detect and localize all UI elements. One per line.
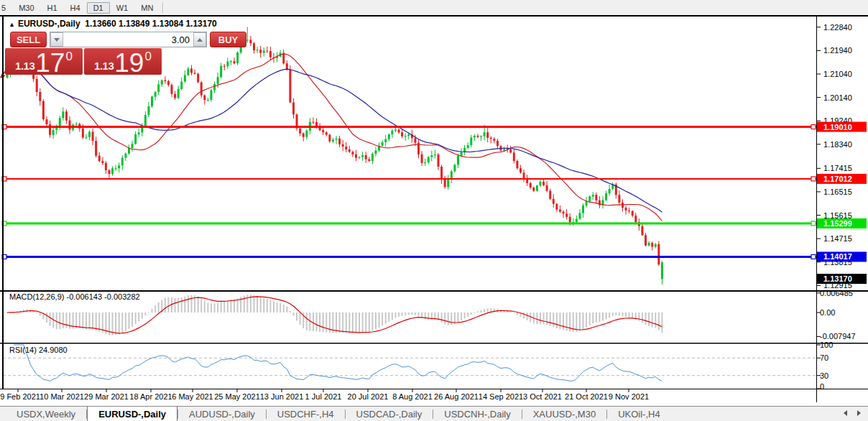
svg-text:1.18340: 1.18340	[823, 140, 852, 149]
svg-text:1.20140: 1.20140	[823, 93, 852, 102]
svg-text:1.16515: 1.16515	[823, 188, 852, 196]
sell-price-box[interactable]: 1.13 17 0	[5, 48, 83, 75]
chevron-down-icon	[54, 38, 60, 42]
one-click-trade-panel: SELL BUY 1.13 17 0 1.13 19 0	[5, 32, 162, 75]
chevron-up-icon	[197, 38, 203, 42]
timeframe-button-h1[interactable]: H1	[41, 2, 64, 14]
svg-text:0.00: 0.00	[820, 308, 835, 317]
rsi-indicator-label: RSI(14) 24.9080	[9, 346, 68, 354]
tab-audusd-daily[interactable]: AUDUSD-,Daily	[178, 407, 266, 421]
trading-terminal-window: 5M30H1H4D1W1MN 1.228401.219401.210401.20…	[0, 0, 868, 421]
chart-bottom-border	[0, 389, 868, 389]
svg-text:30: 30	[820, 371, 828, 380]
svg-text:13 Jun 2021: 13 Jun 2021	[260, 392, 304, 401]
svg-text:-0.007947: -0.007947	[820, 332, 856, 341]
svg-text:1.14715: 1.14715	[823, 234, 852, 243]
svg-text:1.17415: 1.17415	[823, 164, 852, 172]
svg-text:25 May 2021: 25 May 2021	[214, 392, 260, 401]
timeframe-toolbar: 5M30H1H4D1W1MN	[0, 0, 868, 15]
price-tag-1.17012: 1.17012	[817, 174, 867, 184]
svg-text:1.15615: 1.15615	[823, 211, 852, 220]
buy-price-pips: 19	[114, 51, 144, 75]
symbol-title: EURUSD-,Daily	[18, 19, 80, 29]
tab-scroll-left-icon[interactable]	[844, 410, 847, 416]
volume-input[interactable]	[63, 32, 193, 47]
svg-text:18 Apr 2021: 18 Apr 2021	[129, 392, 172, 401]
svg-text:19 Feb 2021: 19 Feb 2021	[0, 392, 40, 401]
ohlc-quotes: 1.13660 1.13849 1.13084 1.13170	[85, 19, 217, 29]
svg-text:70: 70	[820, 353, 828, 362]
price-tag-1.15299: 1.15299	[817, 218, 867, 228]
tab-xauusd-m30[interactable]: XAUUSD-,M30	[522, 407, 606, 421]
svg-text:10 Mar 2021: 10 Mar 2021	[40, 392, 84, 401]
tab-usdx-weekly[interactable]: USDX,Weekly	[6, 407, 86, 421]
volume-decrease-button[interactable]	[50, 32, 63, 47]
buy-price-box[interactable]: 1.13 19 0	[84, 48, 162, 75]
tab-scroll-right-icon[interactable]	[857, 410, 861, 416]
svg-text:1.13170: 1.13170	[823, 274, 852, 283]
timeframe-button-5[interactable]: 5	[0, 2, 12, 14]
buy-button[interactable]: BUY	[210, 32, 246, 47]
svg-text:8 Aug 2021: 8 Aug 2021	[392, 392, 433, 401]
toolbar-separator	[162, 2, 164, 13]
macd-indicator-label: MACD(12,26,9) -0.006143 -0.003282	[9, 292, 140, 301]
tab-ukoil-h4[interactable]: UKOil-,H4	[607, 407, 671, 421]
tab-usdcnh-daily[interactable]: USDCNH-,Daily	[433, 407, 521, 421]
svg-text:100: 100	[820, 341, 833, 349]
svg-text:26 Aug 2021: 26 Aug 2021	[434, 392, 479, 401]
svg-text:0.006485: 0.006485	[820, 289, 853, 297]
sell-price-base: 1.13	[15, 60, 34, 72]
svg-text:1.17012: 1.17012	[823, 175, 852, 183]
sell-price-pips: 17	[35, 51, 65, 75]
tab-scroll-arrows	[844, 410, 861, 416]
svg-text:1.21040: 1.21040	[823, 70, 852, 78]
svg-text:14 Sep 2021: 14 Sep 2021	[479, 392, 523, 401]
volume-spinner	[50, 32, 207, 47]
timeframe-button-m30[interactable]: M30	[12, 2, 40, 14]
collapse-quote-panel-icon[interactable]: ▲	[9, 21, 15, 28]
price-tag-1.14017: 1.14017	[817, 251, 867, 262]
timeframe-button-d1[interactable]: D1	[87, 2, 110, 14]
macd-panel-divider[interactable]	[0, 290, 868, 292]
svg-text:1.15299: 1.15299	[823, 219, 852, 228]
chart-symbol-header: ▲EURUSD-,Daily 1.13660 1.13849 1.13084 1…	[9, 19, 217, 29]
volume-increase-button[interactable]	[193, 32, 206, 47]
symbol-tab-bar: USDX,WeeklyEURUSD-,DailyAUDUSD-,DailyUSD…	[0, 406, 868, 421]
timeframe-button-h4[interactable]: H4	[64, 2, 87, 14]
svg-text:0: 0	[820, 382, 824, 391]
sell-button[interactable]: SELL	[10, 32, 47, 47]
svg-text:3 Oct 2021: 3 Oct 2021	[523, 392, 562, 401]
svg-text:21 Oct 2021: 21 Oct 2021	[565, 392, 608, 401]
svg-text:9 Nov 2021: 9 Nov 2021	[609, 392, 649, 401]
price-tag-1.13170: 1.13170	[817, 274, 867, 284]
svg-text:29 Mar 2021: 29 Mar 2021	[84, 392, 129, 401]
sell-price-fraction: 0	[65, 50, 72, 64]
svg-text:1.19010: 1.19010	[823, 123, 852, 131]
tab-eurusd-daily[interactable]: EURUSD-,Daily	[87, 407, 177, 421]
svg-text:20 Jul 2021: 20 Jul 2021	[348, 392, 389, 401]
tab-usdcad-daily[interactable]: USDCAD-,Daily	[346, 407, 433, 421]
buy-price-base: 1.13	[94, 60, 114, 72]
timeframe-button-mn[interactable]: MN	[134, 2, 160, 14]
timeframe-button-w1[interactable]: W1	[110, 2, 135, 14]
price-tag-1.19010: 1.19010	[817, 122, 867, 132]
svg-text:1 Jul 2021: 1 Jul 2021	[305, 392, 342, 401]
svg-text:6 May 2021: 6 May 2021	[172, 392, 213, 401]
svg-text:1.21940: 1.21940	[823, 46, 852, 55]
svg-text:1.14017: 1.14017	[823, 252, 852, 261]
svg-text:1.22840: 1.22840	[823, 23, 852, 32]
chart-left-border	[2, 16, 4, 389]
tab-usdchf-h4[interactable]: USDCHF-,H4	[267, 407, 345, 421]
buy-price-fraction: 0	[144, 50, 151, 64]
chart-top-border	[0, 15, 868, 17]
rsi-panel-divider[interactable]	[0, 343, 868, 344]
